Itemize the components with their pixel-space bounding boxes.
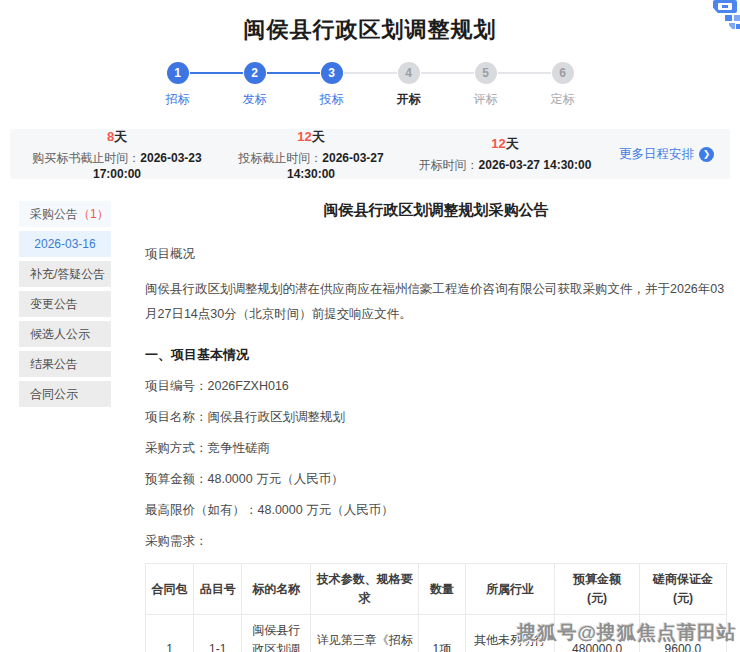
sidebar-item-result-notice[interactable]: 结果公告 (19, 351, 111, 377)
sidebar-item-label: 变更公告 (30, 297, 78, 311)
chevron-right-circle-icon: ❯ (699, 147, 714, 162)
days-remaining: 12天 (214, 128, 408, 146)
overview-heading: 项目概况 (145, 242, 727, 267)
step-kaibiao: 4 开标 (370, 62, 447, 108)
announcement-sidebar: 采购公告（1） 2026-03-16 补充/答疑公告 变更公告 候选人公示 结果… (19, 194, 111, 652)
step-fabiao: 2 发标 (216, 62, 293, 108)
sohu-watermark: 搜狐号@搜狐焦点莆田站 (517, 620, 737, 646)
progress-stepper: 1 招标 2 发标 3 投标 4 开标 5 评标 6 定标 (139, 62, 601, 108)
schedule-item-bid-deadline: 12天 投标截止时间：2026-03-27 14:30:00 (214, 128, 408, 181)
col-item-number: 品目号 (194, 564, 242, 615)
field-procurement-demand: 采购需求： (145, 533, 727, 550)
step-dingbiao: 6 定标 (524, 62, 601, 108)
schedule-bar: 8天 购买标书截止时间：2026-03-23 17:00:00 12天 投标截止… (10, 129, 730, 179)
sidebar-item-candidate-publicity[interactable]: 候选人公示 (19, 321, 111, 347)
schedule-item-open-time: 12天 开标时间：2026-03-27 14:30:00 (408, 135, 602, 174)
col-subject-name: 标的名称 (242, 564, 311, 615)
schedule-label: 开标时间： (419, 158, 479, 172)
schedule-label: 购买标书截止时间： (32, 151, 140, 165)
sidebar-item-contract-publicity[interactable]: 合同公示 (19, 381, 111, 407)
sidebar-item-change-notice[interactable]: 变更公告 (19, 291, 111, 317)
days-remaining: 8天 (20, 128, 214, 146)
step-circle: 5 (475, 62, 497, 84)
field-procurement-method: 采购方式：竞争性磋商 (145, 440, 727, 457)
col-industry: 所属行业 (465, 564, 555, 615)
step-circle: 4 (398, 62, 420, 84)
page: 闽侯县行政区划调整规划 1 招标 2 发标 3 投标 4 开标 5 评标 6 定… (0, 0, 740, 652)
cell-item-number: 1-1 (194, 615, 242, 652)
more-schedule-link[interactable]: 更多日程安排 ❯ (602, 146, 714, 163)
step-circle: 3 (321, 62, 343, 84)
col-deposit: 磋商保证金 (元) (639, 564, 726, 615)
schedule-item-buy-deadline: 8天 购买标书截止时间：2026-03-23 17:00:00 (20, 128, 214, 181)
page-title: 闽侯县行政区划调整规划 (0, 0, 740, 45)
more-schedule-label: 更多日程安排 (619, 146, 694, 163)
step-zhaobiao: 1 招标 (139, 62, 216, 108)
sidebar-item-label: 候选人公示 (30, 327, 90, 341)
field-project-number: 项目编号：2026FZXH016 (145, 378, 727, 395)
overview-text: 闽侯县行政区划调整规划的潜在供应商应在福州信豪工程造价咨询有限公司获取采购文件，… (145, 277, 727, 327)
step-label: 开标 (370, 91, 447, 108)
cell-tech-specs: 详见第三章《招标内容及要求》 (311, 615, 419, 652)
col-tech-specs: 技术参数、规格要求 (311, 564, 419, 615)
days-remaining: 12天 (408, 135, 602, 153)
announcement-body: 闽侯县行政区划调整规划采购公告 项目概况 闽侯县行政区划调整规划的潜在供应商应在… (145, 194, 727, 652)
table-header-row: 合同包 品目号 标的名称 技术参数、规格要求 数量 所属行业 预算金额 (元) … (146, 564, 727, 615)
col-quantity: 数量 (419, 564, 465, 615)
sidebar-item-procurement-notice[interactable]: 采购公告（1） (19, 201, 111, 227)
section-heading-basic-info: 一、项目基本情况 (145, 346, 727, 364)
notice-count-badge: （1） (78, 207, 109, 221)
step-circle: 2 (244, 62, 266, 84)
step-circle: 1 (167, 62, 189, 84)
sidebar-item-label: 合同公示 (30, 387, 78, 401)
sidebar-item-label: 采购公告 (30, 207, 78, 221)
field-project-name: 项目名称：闽侯县行政区划调整规划 (145, 409, 727, 426)
step-circle: 6 (552, 62, 574, 84)
col-budget: 预算金额 (元) (555, 564, 640, 615)
schedule-label: 投标截止时间： (238, 151, 322, 165)
step-label: 招标 (139, 91, 216, 108)
sidebar-item-notice-date[interactable]: 2026-03-16 (19, 231, 111, 257)
announcement-title: 闽侯县行政区划调整规划采购公告 (145, 201, 727, 220)
sidebar-item-label: 结果公告 (30, 357, 78, 371)
col-contract-package: 合同包 (146, 564, 194, 615)
sidebar-item-supplement-notice[interactable]: 补充/答疑公告 (19, 261, 111, 287)
step-label: 定标 (524, 91, 601, 108)
cell-quantity: 1项 (419, 615, 465, 652)
cell-contract-package: 1 (146, 615, 194, 652)
notice-date-label: 2026-03-16 (34, 237, 95, 251)
field-max-price: 最高限价（如有）：48.0000 万元（人民币） (145, 502, 727, 519)
step-label: 投标 (293, 91, 370, 108)
field-budget-amount: 预算金额：48.0000 万元（人民币） (145, 471, 727, 488)
sidebar-item-label: 补充/答疑公告 (30, 267, 105, 281)
cell-subject-name: 闽侯县行政区划调整规划 (242, 615, 311, 652)
qr-code-corner-icon[interactable] (698, 0, 740, 32)
content-area: 采购公告（1） 2026-03-16 补充/答疑公告 变更公告 候选人公示 结果… (0, 194, 740, 652)
step-toubiao: 3 投标 (293, 62, 370, 108)
step-label: 评标 (447, 91, 524, 108)
step-label: 发标 (216, 91, 293, 108)
step-pingbiao: 5 评标 (447, 62, 524, 108)
schedule-value: 2026-03-27 14:30:00 (479, 158, 592, 172)
